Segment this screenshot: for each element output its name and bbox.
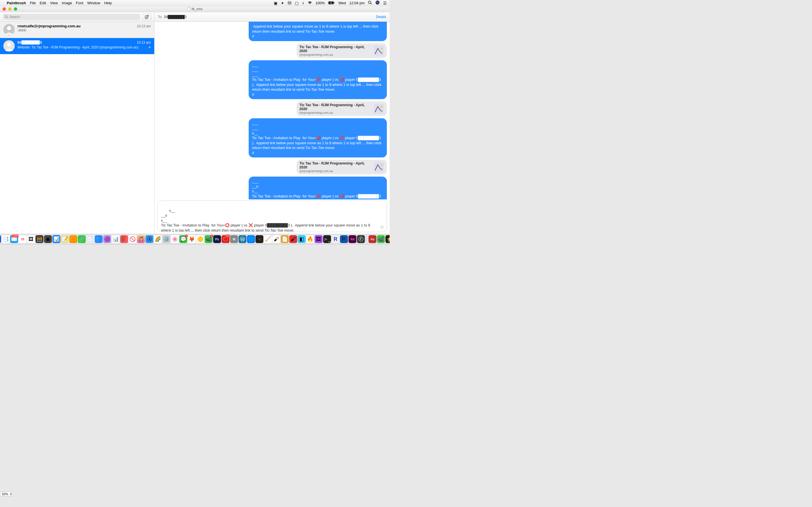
wifi-icon[interactable] [308,1,312,5]
hangouts-icon[interactable]: ▣ [274,1,277,5]
dock-firefox[interactable]: 🦊 [188,235,196,243]
traffic-lights [3,7,17,11]
notification-center-icon[interactable]: ☰ [383,1,387,5]
link-thumbnail [374,104,384,114]
dock-flag[interactable]: 🏳 [340,235,348,243]
dock-r[interactable]: R [332,235,340,243]
siri-icon[interactable] [375,0,380,6]
to-value[interactable]: 04███████3 [164,15,187,19]
dock-pages[interactable]: 📄 [281,235,289,243]
search-input[interactable]: Search [3,14,140,20]
dock-rainbow[interactable]: 🌈 [154,235,162,243]
menu-window[interactable]: Window [87,1,100,5]
dock-preview[interactable]: 🖼 [27,235,35,243]
dock-wordpress[interactable]: Ⓦ [239,235,246,243]
battery-icon[interactable] [328,1,335,5]
messages-scroll[interactable]: Append link below your square move as 1 … [154,22,390,200]
window-title-text: ttt_sms [192,7,203,11]
dock-pdf[interactable]: 📕 [120,235,128,243]
dock-cc[interactable]: ⊚ [255,235,263,243]
link-preview-card[interactable]: Tic Tac Toe - RJM Programming - April, 2… [297,101,387,116]
dock-blueapp[interactable]: 🔷 [95,235,103,243]
link-preview-card[interactable]: Tic Tac Toe - RJM Programming - April, 2… [297,160,387,174]
dock-lavender[interactable]: 🟣 [103,235,111,243]
bluetooth-icon[interactable]: ᚼ [302,1,304,5]
to-label: To: [158,15,162,19]
window-zoom-button[interactable] [14,7,17,11]
message-outgoing[interactable]: ___ __o x__ Tic Tac Toe - Invitation to … [249,177,387,200]
dock-cube[interactable]: ◧ [298,235,306,243]
dock-music[interactable]: 🎵 [137,235,145,243]
dock-calc[interactable]: 🧮 [36,235,43,243]
svg-point-10 [7,26,11,30]
dock-flame[interactable]: 🔥 [306,235,314,243]
dock-notes[interactable]: 📝 [61,235,69,243]
menu-help[interactable]: Help [104,1,112,5]
dock-chrome[interactable]: 🟡 [196,235,204,243]
message-outgoing[interactable]: Append link below your square move as 1 … [249,22,387,41]
conversation-item[interactable]: rmetcalfe@rjmprogramming.com.au 10:13 am [0,22,154,38]
macos-menu-bar: Paintbrush File Edit View Image Font Win… [0,0,390,6]
dock-quicktime[interactable]: ◉ [44,235,52,243]
dock-facetime[interactable]: 📹1 [205,235,213,243]
conversation-preview-text: Website: Tic Tac Toe - RJM Programming -… [17,45,139,49]
spotlight-icon[interactable] [368,1,372,5]
dock-photoshop[interactable]: Ps [213,235,221,243]
dock-paintbrush[interactable]: 🖌 [272,235,280,243]
dock-facetime2[interactable]: 📹 [377,235,385,243]
dock-mamp[interactable]: M [230,235,238,243]
menu-font[interactable]: Font [76,1,83,5]
dock-photos[interactable]: 🌸 [171,235,179,243]
dock-chart[interactable]: 📊 [112,235,119,243]
dock-settings[interactable]: ⚙️ [162,235,170,243]
dock-folder-apps[interactable]: Aa [368,235,376,243]
close-icon[interactable]: × [149,45,151,50]
dock-aphoto[interactable]: 🖼 [315,235,322,243]
clock-time[interactable]: 12:04 pm [349,1,364,5]
window-title: ttt_sms [187,7,203,11]
cc-icon[interactable]: Ⓜ [288,1,292,6]
dock-keynote[interactable]: 📊 [52,235,60,243]
dock-globe[interactable]: 🌐 [247,235,255,243]
menu-edit[interactable]: Edit [40,1,46,5]
dock-cleaner[interactable]: 🧹 [264,235,272,243]
window-minimize-button[interactable] [8,7,11,11]
conversation-time: 10:13 am [137,41,151,45]
dock-brush2[interactable]: 🖌 [289,235,297,243]
menu-view[interactable]: View [50,1,58,5]
emoji-picker-icon[interactable]: ☺ [380,224,384,230]
menu-file[interactable]: File [30,1,36,5]
conversation-item-selected[interactable]: 04███████3 10:13 am Website: Tic Tac Toe… [0,38,154,54]
dock-xd[interactable]: Xd [349,235,356,243]
link-title: Tic Tac Toe - RJM Programming - April, 2… [299,45,371,53]
chat-pane: To: 04███████3 Details Append link below… [154,12,390,234]
dock-fcircle[interactable]: Ⓕ [357,235,365,243]
compose-button[interactable] [142,14,151,20]
message-outgoing[interactable]: ___ ___ ___ Tic Tac Toe - Invitation to … [249,60,387,100]
message-outgoing[interactable]: ___ ___ x__ Tic Tac Toe - Invitation to … [249,118,387,158]
dock-graphic[interactable]: 🟧 [69,235,77,243]
conversation-name: 04███████3 [17,40,42,45]
dock-reminders[interactable]: 📑 [2,235,10,243]
clock-day[interactable]: Wed [338,1,346,5]
dock-textedit[interactable]: 📄 [86,235,94,243]
app-name[interactable]: Paintbrush [7,1,26,5]
dock-xcode[interactable]: 🛠 [0,235,1,243]
compose-input[interactable]: x__ __o x__ Tic Tac Toe - Invitation to … [157,201,387,232]
dock-prohibit[interactable]: 🚫 [129,235,137,243]
dock-calendar[interactable]: 15 [18,235,27,243]
dock-appstore[interactable]: Ⓐ [146,235,153,243]
details-link[interactable]: Details [376,15,386,19]
dock-share[interactable]: 🔗 [78,235,86,243]
menu-image[interactable]: Image [62,1,72,5]
link-preview-card[interactable]: Tic Tac Toe - RJM Programming - April, 2… [297,43,387,58]
dock-messages[interactable]: 💬1 [179,235,187,243]
message-row: ___ ___ x__ Tic Tac Toe - Invitation to … [157,118,387,158]
dock-terminal[interactable]: ＞_ [323,235,331,243]
airplay-icon[interactable]: ▢ [295,1,299,5]
malware-icon[interactable]: ✦ [281,1,284,5]
dock-opera[interactable]: ⭕27 [221,235,230,243]
window-close-button[interactable] [3,7,6,11]
dock-flash[interactable]: ⚡ [386,235,390,243]
dock-mail[interactable]: ✉️1340 [10,235,18,243]
